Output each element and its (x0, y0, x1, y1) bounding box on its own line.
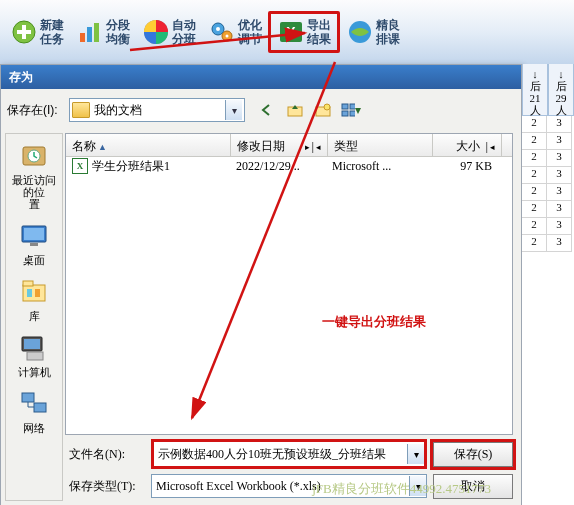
filename-row: 文件名(N): 示例数据400人分10班无预设班级_分班结果 ▾ 保存(S) (69, 441, 513, 467)
svg-rect-29 (35, 289, 40, 297)
file-date: 2022/12/29... (230, 159, 326, 174)
svg-rect-32 (27, 352, 43, 360)
sheet-cell: 3 (547, 201, 572, 218)
svg-rect-25 (30, 243, 38, 246)
svg-text:X: X (286, 24, 296, 40)
place-computer[interactable]: 计算机 (9, 332, 59, 378)
ruler-top (0, 0, 574, 12)
svg-point-8 (216, 27, 220, 31)
toolbar-segment-balance[interactable]: 分段 均衡 (70, 14, 136, 50)
network-icon (18, 388, 50, 420)
col-date[interactable]: 修改日期▸│◂ (231, 134, 328, 156)
toolbar-new-task[interactable]: 新建 任务 (4, 14, 70, 50)
file-size: 97 KB (430, 159, 498, 174)
sheet-header-cell: ↓后29人 (548, 64, 574, 116)
sheet-cell: 3 (547, 218, 572, 235)
filename-combo[interactable]: 示例数据400人分10班无预设班级_分班结果 ▾ (151, 439, 427, 469)
filename-label: 文件名(N): (69, 446, 145, 463)
col-size[interactable]: 大小│◂ (433, 134, 502, 156)
chevron-down-icon: ▾ (407, 444, 424, 464)
svg-rect-33 (22, 393, 34, 402)
sheet-cell: 2 (522, 150, 547, 167)
sheet-cell: 3 (547, 167, 572, 184)
svg-rect-5 (94, 23, 99, 42)
svg-rect-2 (17, 30, 31, 34)
col-name[interactable]: 名称▲ (66, 134, 231, 156)
places-bar: 最近访问的位 置 桌面 库 计算机 网络 (5, 133, 63, 501)
sheet-cell: 3 (547, 235, 572, 252)
sheet-cell: 2 (522, 133, 547, 150)
new-folder-icon[interactable] (313, 100, 333, 120)
svg-rect-27 (23, 281, 33, 286)
lookin-row: 保存在(I): 我的文档 ▾ ▾ (5, 97, 513, 123)
svg-rect-17 (342, 104, 348, 109)
place-recent[interactable]: 最近访问的位 置 (9, 140, 59, 210)
toolbar-auto-class[interactable]: 自动 分班 (136, 14, 202, 50)
toolbar-optimize[interactable]: 优化 调节 (202, 14, 268, 50)
svg-rect-31 (24, 339, 40, 349)
spreadsheet-sliver: ↓后21人 ↓后29人 2323232323232323 (522, 64, 574, 505)
file-row[interactable]: 学生分班结果1 2022/12/29... Microsoft ... 97 K… (66, 157, 512, 175)
globe-icon (346, 18, 374, 46)
libraries-icon (18, 276, 50, 308)
watermark: jFB精良分班软件44992.4751773 (312, 480, 491, 498)
place-label: 网络 (9, 422, 59, 434)
place-desktop[interactable]: 桌面 (9, 220, 59, 266)
file-list[interactable]: 名称▲ 修改日期▸│◂ 类型 大小│◂ 学生分班结果1 2022/12/29..… (65, 133, 513, 435)
place-label: 桌面 (9, 254, 59, 266)
filetype-label: 保存类型(T): (69, 478, 145, 495)
sheet-cell: 2 (522, 116, 547, 133)
toolbar-export-result[interactable]: X 导出 结果 (268, 11, 340, 53)
lookin-label: 保存在(I): (5, 102, 63, 119)
place-network[interactable]: 网络 (9, 388, 59, 434)
toolbar-label: 新建 任务 (40, 18, 64, 46)
desktop-icon (18, 220, 50, 252)
lookin-combo[interactable]: 我的文档 ▾ (69, 98, 245, 122)
lookin-tools: ▾ (257, 100, 361, 120)
folder-icon (72, 102, 90, 118)
recent-icon (18, 140, 50, 172)
toolbar-label: 自动 分班 (172, 18, 196, 46)
file-type: Microsoft ... (326, 159, 430, 174)
color-wheel-icon (142, 18, 170, 46)
sheet-cell: 3 (547, 133, 572, 150)
computer-icon (18, 332, 50, 364)
svg-rect-26 (23, 285, 45, 301)
svg-rect-18 (350, 104, 355, 109)
sheet-cell: 3 (547, 150, 572, 167)
sheet-row: 23 (522, 218, 574, 235)
toolbar-label: 优化 调节 (238, 18, 262, 46)
toolbar-label: 导出 结果 (307, 18, 331, 46)
sheet-cell: 2 (522, 201, 547, 218)
gears-icon (208, 18, 236, 46)
excel-export-icon: X (277, 18, 305, 46)
sheet-row: 23 (522, 184, 574, 201)
place-libraries[interactable]: 库 (9, 276, 59, 322)
svg-rect-24 (24, 228, 44, 240)
svg-rect-20 (350, 111, 355, 116)
sheet-row: 23 (522, 201, 574, 218)
svg-rect-4 (87, 27, 92, 42)
place-label: 最近访问的位 置 (9, 174, 59, 210)
svg-point-16 (324, 104, 330, 110)
xls-file-icon (72, 158, 88, 174)
chevron-down-icon: ▾ (225, 100, 242, 120)
toolbar-schedule[interactable]: 精良 排课 (340, 14, 406, 50)
filename-value: 示例数据400人分10班无预设班级_分班结果 (154, 446, 407, 463)
sheet-row: 23 (522, 133, 574, 150)
sort-asc-icon: ▲ (98, 142, 107, 152)
sheet-row: 23 (522, 167, 574, 184)
sheet-cell: 3 (547, 116, 572, 133)
col-type[interactable]: 类型 (328, 134, 433, 156)
up-folder-icon[interactable] (285, 100, 305, 120)
sheet-cell: 2 (522, 218, 547, 235)
sheet-header-cell: ↓后21人 (522, 64, 548, 116)
back-icon[interactable] (257, 100, 277, 120)
sheet-cell: 2 (522, 235, 547, 252)
save-button[interactable]: 保存(S) (433, 442, 513, 467)
toolbar-label: 精良 排课 (376, 18, 400, 46)
views-icon[interactable]: ▾ (341, 100, 361, 120)
svg-rect-3 (80, 33, 85, 42)
file-list-header: 名称▲ 修改日期▸│◂ 类型 大小│◂ (66, 134, 512, 157)
place-label: 计算机 (9, 366, 59, 378)
